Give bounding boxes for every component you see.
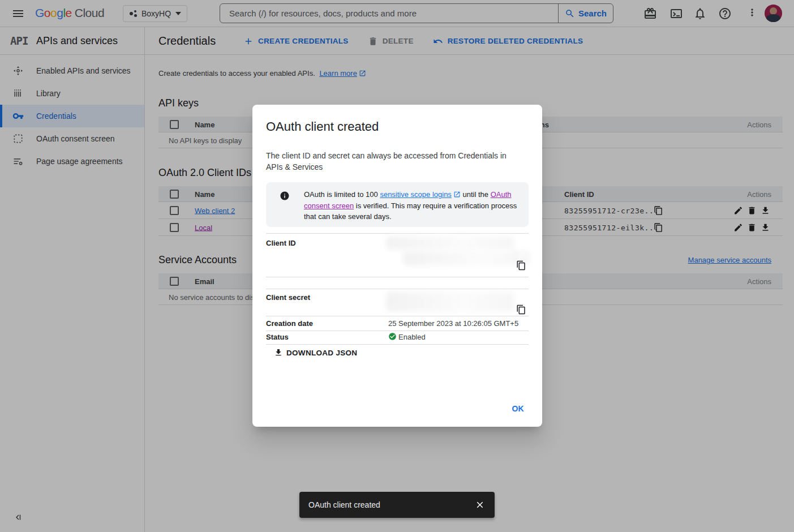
dialog-description: The client ID and secret can always be a…	[266, 150, 517, 173]
redacted-client-id	[386, 237, 514, 250]
creation-date-label: Creation date	[266, 319, 313, 328]
oauth-client-created-dialog: OAuth client created The client ID and s…	[252, 105, 542, 427]
notice-box: OAuth is limited to 100 sensitive scope …	[266, 182, 529, 227]
client-id-label: Client ID	[266, 239, 296, 247]
creation-date-value: 25 September 2023 at 10:26:05 GMT+5	[388, 319, 518, 328]
copy-icon[interactable]	[516, 304, 526, 315]
download-icon	[274, 348, 283, 357]
download-json-button[interactable]: DOWNLOAD JSON	[274, 348, 357, 357]
external-link-icon	[453, 191, 461, 198]
ok-button[interactable]: OK	[507, 401, 529, 417]
check-circle-icon	[388, 332, 397, 341]
close-icon[interactable]	[475, 500, 485, 510]
sensitive-scope-logins-link[interactable]: sensitive scope logins	[380, 190, 451, 199]
notice-text: OAuth is limited to 100 sensitive scope …	[304, 189, 522, 222]
toast: OAuth client created	[299, 492, 495, 518]
info-icon	[280, 191, 290, 201]
redacted-client-id	[513, 251, 529, 258]
status-value: Enabled	[398, 333, 426, 341]
dialog-title: OAuth client created	[266, 119, 379, 134]
status-label: Status	[266, 333, 289, 341]
toast-message: OAuth client created	[308, 500, 380, 509]
copy-icon[interactable]	[516, 260, 526, 271]
redacted-client-secret	[386, 292, 514, 311]
client-secret-label: Client secret	[266, 293, 310, 302]
redacted-client-id	[403, 251, 529, 265]
